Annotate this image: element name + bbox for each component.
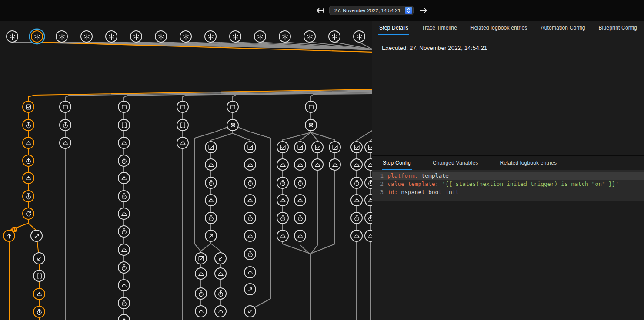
trace-node-condition-blank[interactable] — [59, 101, 71, 113]
trace-node-arrow-down-left[interactable] — [33, 252, 45, 264]
trace-node-service[interactable] — [311, 158, 324, 171]
trace-node-service[interactable] — [214, 267, 227, 280]
trace-node-asterisk[interactable] — [80, 30, 93, 43]
tab-step-details[interactable]: Step Details — [378, 21, 409, 35]
trace-node-timer[interactable] — [294, 212, 306, 224]
trace-node-timer[interactable] — [294, 177, 306, 189]
trace-node-brackets[interactable] — [118, 119, 130, 131]
trace-node-service[interactable] — [294, 230, 306, 242]
trace-node-service[interactable] — [118, 172, 130, 184]
trace-node-service[interactable] — [329, 158, 341, 171]
trace-node-service[interactable] — [294, 158, 306, 171]
trace-node-timer[interactable] — [118, 261, 130, 274]
trace-node-timer[interactable] — [22, 155, 34, 167]
previous-run-button[interactable] — [314, 5, 325, 16]
trace-node-timer[interactable] — [118, 155, 130, 167]
trace-node-brackets[interactable] — [33, 270, 45, 282]
run-selector[interactable]: 27. November 2022, 14:54:21 — [329, 6, 414, 15]
trace-node-timer[interactable] — [205, 212, 217, 224]
trace-node-asterisk[interactable] — [254, 30, 266, 43]
trace-node-arrow-expand[interactable] — [30, 230, 43, 242]
trace-node-choose[interactable] — [305, 119, 317, 131]
trace-node-timer[interactable] — [205, 177, 217, 189]
tab-related-logbook-entries[interactable]: Related logbook entries — [470, 21, 528, 35]
trace-node-condition-blank[interactable] — [305, 101, 317, 113]
trace-node-arrow-up-right[interactable] — [244, 283, 256, 295]
trace-node-service[interactable] — [195, 305, 207, 317]
trace-node-timer[interactable] — [350, 212, 363, 224]
trace-node-arrow-down-left[interactable] — [244, 305, 256, 317]
trace-node-service[interactable] — [118, 137, 130, 149]
trace-node-timer[interactable] — [33, 306, 45, 318]
trace-node-service[interactable] — [244, 230, 256, 242]
trace-node-service[interactable] — [195, 267, 207, 280]
trace-node-condition-blank[interactable] — [227, 101, 239, 113]
trace-node-service[interactable] — [294, 194, 306, 206]
trace-node-condition[interactable] — [195, 252, 207, 264]
run-selector-stepper-icon[interactable] — [405, 7, 412, 14]
trace-node-service[interactable] — [22, 137, 34, 149]
trace-node-condition[interactable] — [277, 141, 289, 153]
trace-node-timer[interactable] — [277, 212, 289, 224]
trace-node-timer[interactable] — [277, 177, 289, 189]
trace-node-condition[interactable] — [244, 141, 256, 153]
trace-node-asterisk[interactable] — [279, 30, 291, 43]
trace-node-condition[interactable] — [311, 141, 324, 153]
trace-node-timer[interactable] — [118, 297, 130, 309]
trace-node-service[interactable] — [214, 305, 227, 317]
trace-node-service[interactable] — [350, 230, 363, 242]
trace-node-service[interactable] — [277, 158, 289, 171]
trace-node-service[interactable] — [205, 194, 217, 206]
trace-node-asterisk[interactable] — [105, 30, 117, 43]
trace-node-asterisk[interactable] — [229, 30, 241, 43]
trace-node-asterisk[interactable] — [328, 30, 340, 43]
trace-node-service[interactable] — [244, 266, 256, 278]
trace-node-asterisk[interactable] — [56, 30, 68, 43]
next-run-button[interactable] — [418, 5, 430, 16]
trace-node-service[interactable] — [22, 172, 34, 184]
trace-node-service[interactable] — [33, 288, 45, 300]
trace-node-timer[interactable] — [244, 248, 256, 260]
trace-node-service[interactable] — [350, 194, 363, 206]
trace-node-asterisk[interactable] — [130, 30, 142, 43]
trace-node-service[interactable] — [350, 158, 363, 171]
trace-node-asterisk[interactable] — [353, 30, 365, 43]
tab-blueprint-config[interactable]: Blueprint Config — [597, 21, 638, 35]
trace-node-timer[interactable] — [22, 190, 34, 202]
trace-node-service[interactable] — [118, 279, 130, 291]
trace-node-arrow-down-left[interactable] — [214, 252, 227, 264]
trace-node-condition-blank[interactable] — [118, 101, 130, 113]
trace-node-timer[interactable] — [244, 212, 256, 224]
trace-node-timer[interactable] — [22, 119, 34, 131]
trace-node-asterisk[interactable] — [304, 30, 316, 43]
trace-node-service[interactable] — [177, 137, 189, 149]
trace-node-asterisk[interactable] — [155, 30, 167, 43]
trace-node-arrow-up[interactable]: 9+ — [3, 230, 15, 242]
trace-node-service[interactable] — [118, 208, 130, 220]
trace-node-asterisk[interactable] — [6, 30, 18, 43]
trace-node-asterisk[interactable] — [204, 30, 217, 43]
trace-node-condition[interactable] — [350, 141, 363, 153]
trace-node-service[interactable] — [277, 194, 289, 206]
trace-node-asterisk[interactable] — [180, 30, 192, 43]
tab-trace-timeline[interactable]: Trace Timeline — [421, 21, 458, 35]
trace-node-repeat[interactable] — [22, 208, 34, 220]
trace-node-service[interactable] — [244, 194, 256, 206]
trace-node-condition[interactable] — [329, 141, 341, 153]
trace-node-service[interactable] — [59, 137, 71, 149]
tab-related-logbook-entries[interactable]: Related logbook entries — [499, 156, 558, 170]
tab-step-config[interactable]: Step Config — [382, 156, 412, 170]
trace-node-choose[interactable] — [227, 119, 239, 131]
trace-node-timer[interactable] — [59, 119, 71, 131]
trace-node-timer[interactable] — [244, 177, 256, 189]
tab-automation-config[interactable]: Automation Config — [540, 21, 586, 35]
trace-node-condition-blank[interactable] — [177, 101, 189, 113]
trace-node-timer[interactable] — [214, 287, 227, 300]
trace-node-condition[interactable] — [205, 141, 217, 153]
trace-node-service[interactable] — [205, 158, 217, 171]
trace-node-condition[interactable] — [294, 141, 306, 153]
trace-node-arrow-up-right[interactable] — [205, 230, 217, 242]
trace-node-condition[interactable] — [22, 101, 34, 113]
trace-node-timer[interactable] — [118, 190, 130, 202]
trace-node-timer[interactable] — [118, 225, 130, 238]
